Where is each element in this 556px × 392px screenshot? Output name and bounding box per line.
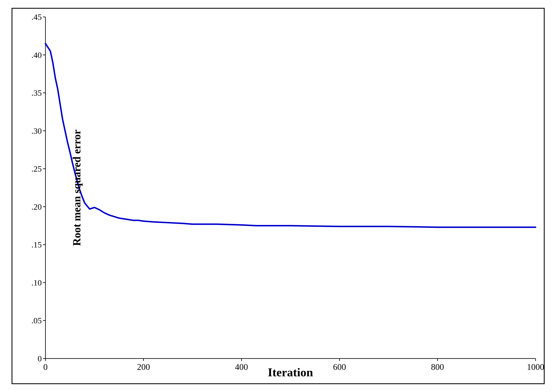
svg-text:0: 0: [38, 354, 42, 363]
svg-text:.45: .45: [31, 12, 42, 22]
svg-text:.20: .20: [31, 202, 42, 212]
svg-text:.40: .40: [31, 50, 42, 60]
svg-text:0: 0: [43, 362, 47, 372]
svg-text:.05: .05: [31, 316, 42, 325]
chart-area: Root mean squared error Iteration 0.05.1…: [46, 17, 536, 359]
x-axis-label: Iteration: [268, 365, 313, 379]
svg-text:600: 600: [333, 362, 346, 372]
svg-text:.15: .15: [31, 240, 42, 249]
svg-text:1000: 1000: [527, 362, 544, 372]
svg-text:.10: .10: [31, 278, 42, 287]
chart-svg: 0.05.10.15.20.25.30.35.40.45020040060080…: [46, 17, 536, 359]
chart-container: Root mean squared error Iteration 0.05.1…: [12, 8, 545, 384]
svg-text:200: 200: [137, 362, 150, 372]
svg-text:800: 800: [431, 362, 444, 372]
y-axis-label: Root mean squared error: [70, 130, 83, 246]
svg-text:.25: .25: [31, 164, 42, 173]
svg-text:.35: .35: [31, 88, 42, 98]
svg-text:400: 400: [235, 362, 248, 372]
svg-text:.30: .30: [31, 126, 42, 136]
